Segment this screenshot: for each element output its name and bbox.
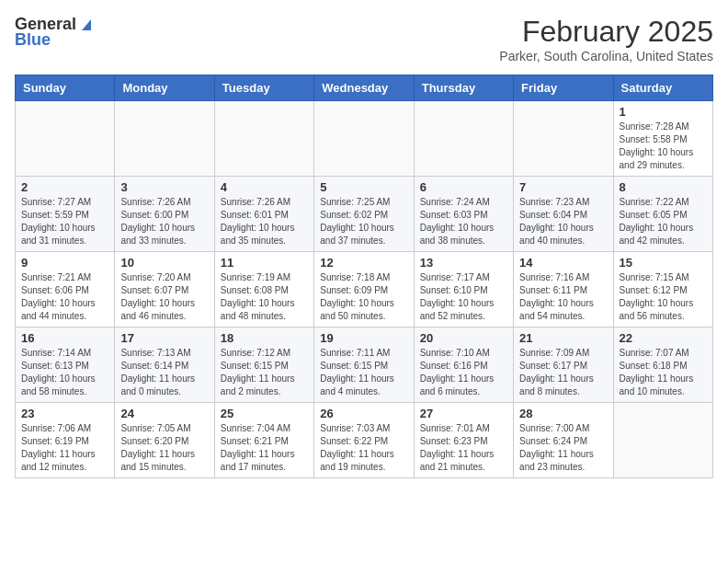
day-number: 4	[221, 180, 308, 194]
day-info: Sunrise: 7:19 AM Sunset: 6:08 PM Dayligh…	[221, 271, 308, 323]
day-info: Sunrise: 7:00 AM Sunset: 6:24 PM Dayligh…	[519, 422, 607, 474]
day-info: Sunrise: 7:25 AM Sunset: 6:02 PM Dayligh…	[320, 196, 407, 247]
day-info: Sunrise: 7:04 AM Sunset: 6:21 PM Dayligh…	[221, 422, 308, 474]
calendar-week-5: 23Sunrise: 7:06 AM Sunset: 6:19 PM Dayli…	[16, 403, 713, 478]
calendar-cell: 1Sunrise: 7:28 AM Sunset: 5:58 PM Daylig…	[613, 101, 712, 177]
logo: General Blue	[15, 15, 95, 50]
day-info: Sunrise: 7:18 AM Sunset: 6:09 PM Dayligh…	[320, 271, 407, 323]
day-info: Sunrise: 7:17 AM Sunset: 6:10 PM Dayligh…	[420, 271, 507, 323]
day-number: 19	[320, 331, 407, 345]
calendar-week-1: 1Sunrise: 7:28 AM Sunset: 5:58 PM Daylig…	[16, 101, 713, 177]
page-header: General Blue February 2025 Parker, South…	[15, 15, 713, 63]
calendar-table: SundayMondayTuesdayWednesdayThursdayFrid…	[15, 75, 713, 478]
calendar-header-row: SundayMondayTuesdayWednesdayThursdayFrid…	[16, 75, 713, 101]
calendar-cell: 20Sunrise: 7:10 AM Sunset: 6:16 PM Dayli…	[414, 327, 513, 403]
day-info: Sunrise: 7:15 AM Sunset: 6:12 PM Dayligh…	[620, 271, 707, 323]
calendar-cell: 10Sunrise: 7:20 AM Sunset: 6:07 PM Dayli…	[115, 252, 214, 327]
logo-blue-text: Blue	[15, 30, 51, 50]
calendar-cell: 7Sunrise: 7:23 AM Sunset: 6:04 PM Daylig…	[514, 177, 613, 252]
header-friday: Friday	[514, 75, 613, 101]
calendar-cell: 16Sunrise: 7:14 AM Sunset: 6:13 PM Dayli…	[16, 327, 115, 403]
day-number: 6	[420, 180, 507, 194]
day-number: 14	[519, 256, 607, 270]
day-info: Sunrise: 7:09 AM Sunset: 6:17 PM Dayligh…	[519, 347, 607, 398]
day-info: Sunrise: 7:26 AM Sunset: 6:00 PM Dayligh…	[120, 196, 208, 247]
day-info: Sunrise: 7:28 AM Sunset: 5:58 PM Dayligh…	[620, 121, 707, 172]
day-number: 24	[120, 407, 208, 420]
day-info: Sunrise: 7:21 AM Sunset: 6:06 PM Dayligh…	[21, 271, 108, 323]
calendar-cell: 21Sunrise: 7:09 AM Sunset: 6:17 PM Dayli…	[514, 327, 613, 403]
calendar-cell: 6Sunrise: 7:24 AM Sunset: 6:03 PM Daylig…	[414, 177, 513, 252]
day-info: Sunrise: 7:05 AM Sunset: 6:20 PM Dayligh…	[120, 422, 208, 474]
calendar-cell: 22Sunrise: 7:07 AM Sunset: 6:18 PM Dayli…	[613, 327, 712, 403]
day-info: Sunrise: 7:06 AM Sunset: 6:19 PM Dayligh…	[21, 422, 108, 474]
day-info: Sunrise: 7:26 AM Sunset: 6:01 PM Dayligh…	[221, 196, 308, 247]
logo-icon	[78, 16, 95, 32]
calendar-cell	[214, 101, 313, 177]
day-number: 13	[420, 256, 507, 270]
calendar-cell: 2Sunrise: 7:27 AM Sunset: 5:59 PM Daylig…	[16, 177, 115, 252]
day-number: 1	[620, 105, 707, 119]
calendar-cell: 3Sunrise: 7:26 AM Sunset: 6:00 PM Daylig…	[115, 177, 214, 252]
calendar-cell	[613, 403, 712, 478]
calendar-cell: 12Sunrise: 7:18 AM Sunset: 6:09 PM Dayli…	[314, 252, 414, 327]
day-number: 21	[519, 331, 607, 345]
day-number: 22	[620, 331, 707, 345]
day-number: 27	[420, 407, 507, 420]
day-number: 5	[320, 180, 407, 194]
day-number: 26	[320, 407, 407, 420]
calendar-cell	[16, 101, 115, 177]
calendar-week-4: 16Sunrise: 7:14 AM Sunset: 6:13 PM Dayli…	[16, 327, 713, 403]
day-number: 15	[620, 256, 707, 270]
day-number: 23	[21, 407, 108, 420]
calendar-cell: 25Sunrise: 7:04 AM Sunset: 6:21 PM Dayli…	[214, 403, 313, 478]
calendar-cell: 13Sunrise: 7:17 AM Sunset: 6:10 PM Dayli…	[414, 252, 513, 327]
calendar-week-2: 2Sunrise: 7:27 AM Sunset: 5:59 PM Daylig…	[16, 177, 713, 252]
header-sunday: Sunday	[16, 75, 115, 101]
day-number: 9	[21, 256, 108, 270]
day-info: Sunrise: 7:23 AM Sunset: 6:04 PM Dayligh…	[519, 196, 607, 247]
calendar-cell: 4Sunrise: 7:26 AM Sunset: 6:01 PM Daylig…	[214, 177, 313, 252]
calendar-cell	[414, 101, 513, 177]
day-info: Sunrise: 7:27 AM Sunset: 5:59 PM Dayligh…	[21, 196, 108, 247]
day-info: Sunrise: 7:11 AM Sunset: 6:15 PM Dayligh…	[320, 347, 407, 398]
day-number: 28	[519, 407, 607, 420]
title-block: February 2025 Parker, South Carolina, Un…	[499, 15, 713, 63]
day-number: 12	[320, 256, 407, 270]
day-number: 17	[120, 331, 208, 345]
day-number: 16	[21, 331, 108, 345]
calendar-cell: 18Sunrise: 7:12 AM Sunset: 6:15 PM Dayli…	[214, 327, 313, 403]
day-info: Sunrise: 7:03 AM Sunset: 6:22 PM Dayligh…	[320, 422, 407, 474]
calendar-week-3: 9Sunrise: 7:21 AM Sunset: 6:06 PM Daylig…	[16, 252, 713, 327]
header-tuesday: Tuesday	[214, 75, 313, 101]
header-wednesday: Wednesday	[314, 75, 414, 101]
day-info: Sunrise: 7:24 AM Sunset: 6:03 PM Dayligh…	[420, 196, 507, 247]
day-number: 11	[221, 256, 308, 270]
month-title: February 2025	[499, 15, 713, 49]
day-number: 20	[420, 331, 507, 345]
calendar-cell: 5Sunrise: 7:25 AM Sunset: 6:02 PM Daylig…	[314, 177, 414, 252]
calendar-cell: 17Sunrise: 7:13 AM Sunset: 6:14 PM Dayli…	[115, 327, 214, 403]
header-monday: Monday	[115, 75, 214, 101]
day-info: Sunrise: 7:22 AM Sunset: 6:05 PM Dayligh…	[620, 196, 707, 247]
day-info: Sunrise: 7:20 AM Sunset: 6:07 PM Dayligh…	[120, 271, 208, 323]
day-info: Sunrise: 7:13 AM Sunset: 6:14 PM Dayligh…	[120, 347, 208, 398]
calendar-cell	[514, 101, 613, 177]
day-info: Sunrise: 7:14 AM Sunset: 6:13 PM Dayligh…	[21, 347, 108, 398]
day-info: Sunrise: 7:01 AM Sunset: 6:23 PM Dayligh…	[420, 422, 507, 474]
calendar-cell: 23Sunrise: 7:06 AM Sunset: 6:19 PM Dayli…	[16, 403, 115, 478]
calendar-cell: 14Sunrise: 7:16 AM Sunset: 6:11 PM Dayli…	[514, 252, 613, 327]
day-number: 2	[21, 180, 108, 194]
calendar-cell: 15Sunrise: 7:15 AM Sunset: 6:12 PM Dayli…	[613, 252, 712, 327]
header-thursday: Thursday	[414, 75, 513, 101]
day-info: Sunrise: 7:12 AM Sunset: 6:15 PM Dayligh…	[221, 347, 308, 398]
day-number: 10	[120, 256, 208, 270]
calendar-cell: 24Sunrise: 7:05 AM Sunset: 6:20 PM Dayli…	[115, 403, 214, 478]
day-number: 25	[221, 407, 308, 420]
day-number: 8	[620, 180, 707, 194]
calendar-cell	[115, 101, 214, 177]
day-info: Sunrise: 7:16 AM Sunset: 6:11 PM Dayligh…	[519, 271, 607, 323]
calendar-cell: 19Sunrise: 7:11 AM Sunset: 6:15 PM Dayli…	[314, 327, 414, 403]
calendar-cell: 11Sunrise: 7:19 AM Sunset: 6:08 PM Dayli…	[214, 252, 313, 327]
day-info: Sunrise: 7:10 AM Sunset: 6:16 PM Dayligh…	[420, 347, 507, 398]
